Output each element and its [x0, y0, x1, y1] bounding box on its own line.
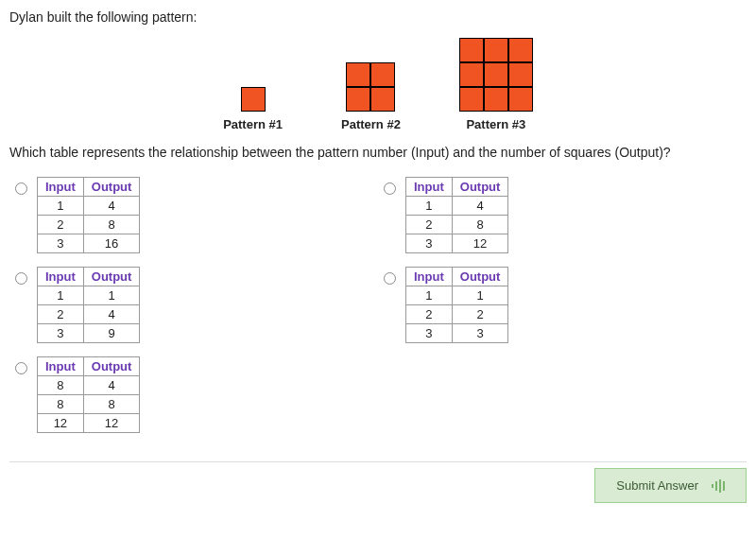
table-row: 11	[38, 286, 140, 305]
square	[241, 87, 266, 112]
square	[370, 62, 395, 87]
send-icon	[712, 479, 725, 493]
options-grid: InputOutput 14 28 316 InputOutput 14 28 …	[9, 177, 747, 433]
th-input: Input	[38, 268, 84, 286]
pattern-3-label: Pattern #3	[466, 117, 525, 131]
option-c: InputOutput 11 24 39	[9, 267, 378, 343]
table-row: 316	[38, 234, 140, 253]
table-row: 14	[38, 197, 140, 216]
square	[346, 62, 370, 87]
table-row: 24	[38, 305, 140, 324]
pattern-1: Pattern #1	[223, 87, 283, 131]
table-row: 312	[406, 234, 508, 253]
intro-text: Dylan built the following pattern:	[9, 9, 747, 25]
pattern-2-label: Pattern #2	[341, 117, 401, 131]
table-row: 1212	[38, 414, 140, 433]
square	[370, 87, 395, 112]
table-row: 22	[406, 305, 508, 324]
pattern-row: Pattern #1 Pattern #2 Pattern #3	[9, 38, 747, 131]
th-input: Input	[38, 178, 84, 197]
square	[459, 62, 484, 87]
option-e: InputOutput 84 88 1212	[9, 356, 378, 433]
option-b: InputOutput 14 28 312	[378, 177, 747, 253]
square	[508, 38, 533, 62]
th-output: Output	[83, 357, 140, 376]
table-row: 28	[406, 216, 508, 234]
square	[459, 87, 484, 112]
table-row: 84	[38, 376, 140, 395]
footer: Submit Answer	[9, 461, 747, 509]
square	[484, 62, 508, 87]
table-row: 11	[406, 286, 508, 305]
radio-d[interactable]	[384, 272, 396, 285]
table-e: InputOutput 84 88 1212	[37, 356, 140, 433]
table-a: InputOutput 14 28 316	[37, 177, 140, 253]
th-output: Output	[452, 178, 508, 197]
radio-a[interactable]	[15, 182, 27, 195]
table-row: 88	[38, 395, 140, 414]
square	[459, 38, 484, 62]
question-text: Which table represents the relationship …	[9, 145, 747, 160]
table-b: InputOutput 14 28 312	[405, 177, 508, 253]
square	[484, 87, 508, 112]
square	[508, 87, 533, 112]
radio-c[interactable]	[15, 272, 27, 285]
table-d: InputOutput 11 22 33	[405, 267, 508, 343]
th-output: Output	[452, 268, 508, 286]
submit-button[interactable]: Submit Answer	[594, 468, 747, 503]
option-a: InputOutput 14 28 316	[9, 177, 378, 253]
submit-label: Submit Answer	[616, 478, 698, 493]
th-input: Input	[406, 178, 453, 197]
pattern-1-label: Pattern #1	[223, 117, 283, 131]
table-row: 28	[38, 216, 140, 234]
option-d: InputOutput 11 22 33	[378, 267, 747, 343]
radio-e[interactable]	[15, 362, 27, 374]
table-row: 39	[38, 324, 140, 343]
th-input: Input	[406, 268, 453, 286]
pattern-2: Pattern #2	[341, 62, 401, 131]
radio-b[interactable]	[384, 182, 396, 195]
table-c: InputOutput 11 24 39	[37, 267, 140, 343]
pattern-1-grid	[241, 87, 266, 112]
square	[484, 38, 508, 62]
square	[508, 62, 533, 87]
pattern-2-grid	[346, 62, 395, 112]
pattern-3: Pattern #3	[459, 38, 533, 131]
th-output: Output	[83, 178, 140, 197]
th-input: Input	[38, 357, 84, 376]
table-row: 33	[406, 324, 508, 343]
table-row: 14	[406, 197, 508, 216]
square	[346, 87, 370, 112]
th-output: Output	[83, 268, 140, 286]
pattern-3-grid	[459, 38, 533, 112]
